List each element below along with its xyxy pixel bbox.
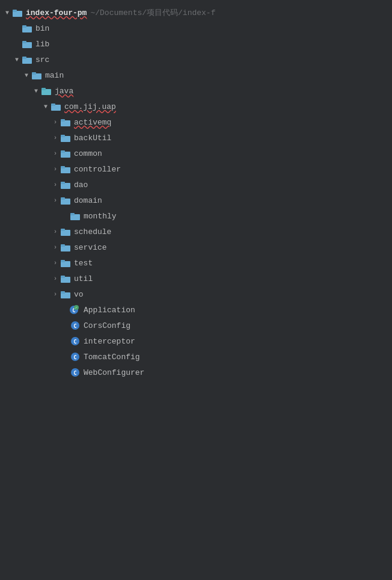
svg-rect-17 [61, 135, 65, 137]
java-label: java [55, 87, 73, 96]
service-folder-icon [60, 243, 71, 251]
tree-item-java[interactable]: ▼ java [0, 83, 392, 99]
util-label: util [74, 274, 93, 283]
tree-item-tomcatconfig[interactable]: C TomcatConfig [0, 349, 392, 365]
tree-item-interceptor[interactable]: C interceptor [0, 333, 392, 349]
domain-label: domain [74, 196, 102, 205]
webconfigurer-label: WebConfigurer [84, 368, 144, 377]
svg-rect-27 [70, 213, 75, 215]
src-folder-icon [22, 55, 32, 64]
controller-folder-icon [60, 165, 71, 173]
chevron-com-jij-uap: ▼ [41, 103, 51, 110]
chevron-common: › [51, 150, 60, 157]
tomcatconfig-label: TomcatConfig [84, 353, 140, 362]
tree-item-test[interactable]: › test [0, 255, 392, 271]
tree-item-common[interactable]: › common [0, 146, 392, 161]
svg-rect-35 [61, 276, 65, 278]
chevron-vo: › [51, 291, 60, 298]
chevron-backutil: › [51, 135, 60, 141]
tree-root[interactable]: ▼ index-four-pm ~/Documents/项目代码/index-f [0, 5, 392, 20]
schedule-label: schedule [74, 227, 111, 236]
corsconfig-label: CorsConfig [84, 321, 130, 330]
svg-text:C: C [73, 370, 76, 376]
main-label: main [45, 71, 64, 80]
root-label: index-four-pm [26, 8, 87, 17]
tree-item-vo[interactable]: › vo [0, 286, 392, 302]
com-jij-uap-folder-icon [51, 102, 61, 111]
util-folder-icon [60, 274, 71, 283]
bin-label: bin [35, 24, 49, 33]
monthly-folder-icon [70, 212, 81, 220]
dao-folder-icon [60, 180, 71, 189]
test-folder-icon [60, 259, 71, 267]
svg-rect-29 [61, 229, 65, 231]
chevron-controller: › [51, 166, 60, 173]
svg-rect-15 [61, 119, 65, 122]
svg-rect-11 [41, 88, 46, 90]
tree-item-corsconfig[interactable]: C CorsConfig [0, 318, 392, 333]
tree-item-application[interactable]: C Application [0, 302, 392, 318]
backutil-label: backUtil [74, 134, 111, 143]
activemq-folder-icon [60, 118, 71, 126]
tree-item-src[interactable]: ▼ src [0, 52, 392, 67]
interceptor-label: interceptor [84, 337, 135, 346]
vo-label: vo [74, 290, 84, 299]
svg-rect-21 [61, 166, 65, 168]
schedule-folder-icon [60, 227, 71, 236]
file-tree: ▼ index-four-pm ~/Documents/项目代码/index-f… [0, 0, 392, 385]
tree-item-domain[interactable]: › domain [0, 193, 392, 208]
interceptor-class-icon: C [70, 336, 81, 346]
main-folder-icon [31, 71, 42, 79]
test-label: test [74, 259, 93, 268]
tree-item-service[interactable]: › service [0, 239, 392, 255]
chevron-test: › [51, 260, 60, 267]
chevron-java: ▼ [31, 88, 41, 94]
tree-item-activemq[interactable]: › activemq [0, 114, 392, 130]
tomcatconfig-class-icon: C [70, 352, 81, 362]
tree-item-lib[interactable]: lib [0, 36, 392, 52]
chevron-src: ▼ [12, 57, 22, 63]
svg-rect-19 [61, 150, 65, 153]
tree-item-controller[interactable]: › controller [0, 161, 392, 177]
tree-item-monthly[interactable]: monthly [0, 208, 392, 224]
svg-rect-1 [13, 10, 17, 12]
svg-rect-25 [61, 197, 65, 200]
tree-item-bin[interactable]: bin [0, 20, 392, 36]
root-path: ~/Documents/项目代码/index-f [90, 7, 215, 18]
chevron-domain: › [51, 197, 60, 204]
chevron-util: › [51, 276, 60, 282]
tree-item-util[interactable]: › util [0, 271, 392, 286]
application-spring-icon: C [70, 305, 81, 315]
lib-folder-icon [22, 40, 32, 48]
common-label: common [74, 149, 102, 158]
tree-item-com-jij-uap[interactable]: ▼ com.jij.uap [0, 99, 392, 114]
service-label: service [74, 243, 107, 252]
tree-item-schedule[interactable]: › schedule [0, 224, 392, 239]
corsconfig-class-icon: C [70, 321, 81, 330]
chevron-dao: › [51, 182, 60, 188]
svg-text:C: C [73, 339, 76, 345]
com-jij-uap-label: com.jij.uap [64, 102, 116, 111]
src-label: src [35, 55, 49, 64]
chevron-activemq: › [51, 119, 60, 126]
tree-item-backutil[interactable]: › backUtil [0, 130, 392, 146]
svg-rect-31 [61, 244, 65, 247]
backutil-folder-icon [60, 134, 71, 142]
monthly-label: monthly [84, 212, 117, 221]
dao-label: dao [74, 180, 88, 190]
chevron-main: ▼ [22, 72, 31, 79]
vo-folder-icon [60, 290, 71, 298]
svg-rect-9 [32, 72, 36, 75]
common-folder-icon [60, 149, 71, 158]
bin-folder-icon [22, 24, 32, 32]
java-folder-icon [41, 87, 52, 95]
chevron-service: › [51, 244, 60, 251]
svg-rect-3 [22, 25, 26, 28]
activemq-label: activemq [74, 118, 111, 127]
tree-item-dao[interactable]: › dao [0, 177, 392, 193]
tree-item-webconfigurer[interactable]: C WebConfigurer [0, 365, 392, 380]
tree-item-main[interactable]: ▼ main [0, 67, 392, 83]
webconfigurer-class-icon: C [70, 368, 81, 377]
application-label: Application [84, 306, 135, 315]
svg-rect-33 [61, 260, 65, 262]
